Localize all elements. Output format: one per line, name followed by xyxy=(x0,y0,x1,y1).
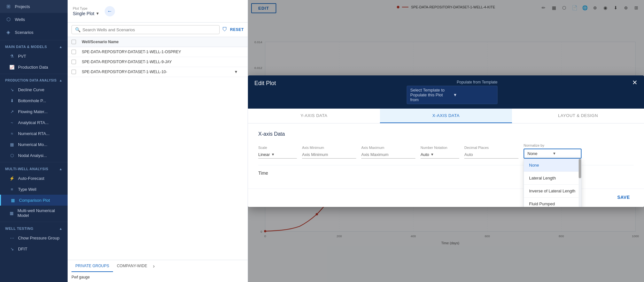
sidebar-item-nodal[interactable]: ⬡ Nodal Analysi... xyxy=(0,150,68,161)
sidebar-item-bottomhole-label: Bottomhole P... xyxy=(18,98,46,103)
modal-tabs: Y-AXIS DATA X-AXIS DATA LAYOUT & DESIGN xyxy=(248,109,644,123)
sidebar-item-scenarios[interactable]: ◈ Scenarios xyxy=(0,26,68,39)
sidebar-item-numerical-mo-label: Numerical Mo... xyxy=(18,142,47,147)
sidebar-item-production-data-label: Production Data xyxy=(18,65,48,70)
sidebar-item-bottomhole[interactable]: ⬇ Bottomhole P... xyxy=(0,95,68,106)
search-input[interactable] xyxy=(82,27,216,32)
filter-icon[interactable]: ⛉ xyxy=(222,27,227,33)
plot-type-label: Plot Type xyxy=(73,6,99,10)
sidebar-divider-4 xyxy=(0,222,68,222)
plot-type-dropdown[interactable]: Single Plot ▼ xyxy=(73,11,99,16)
well-checkbox-1[interactable] xyxy=(71,50,76,54)
groups-tabs: PRIVATE GROUPS COMPANY-WIDE › xyxy=(68,260,248,272)
normalize-by-select[interactable]: None ▼ xyxy=(524,149,582,159)
well-name-1: SPE-DATA-REPOSITORY-DATASET-1-WELL-1-OSP… xyxy=(82,50,234,54)
well-checkbox-3[interactable] xyxy=(71,70,76,74)
row-checkbox-col-3 xyxy=(71,70,82,74)
sidebar-item-auto-forecast[interactable]: ⚡ Auto-Forecast xyxy=(0,173,68,184)
axis-max-input[interactable] xyxy=(361,151,415,159)
tab-y-axis[interactable]: Y-AXIS DATA xyxy=(248,109,380,123)
sidebar-item-decline-curve[interactable]: ↘ Decline Curve xyxy=(0,84,68,95)
bottomhole-icon: ⬇ xyxy=(9,98,15,103)
sidebar-item-projects[interactable]: ⊞ Projects xyxy=(0,0,68,13)
dropdown-item-inverse-lateral[interactable]: Inverse of Lateral Length xyxy=(524,185,581,198)
scale-value: Linear xyxy=(258,152,270,157)
row-checkbox-col-2 xyxy=(71,60,82,64)
well-dropdown-3[interactable]: ▼ xyxy=(234,70,244,74)
type-well-icon: ≡ xyxy=(9,186,15,192)
number-notation-select[interactable]: Auto ▼ xyxy=(421,151,459,159)
comparison-plot-icon: ▦ xyxy=(10,197,16,203)
wells-table: Well/Scenario Name SPE-DATA-REPOSITORY-D… xyxy=(68,37,248,260)
sidebar-divider-3 xyxy=(0,162,68,162)
well-name-2: SPE-DATA-REPOSITORY-DATASET-1-WELL-9-JAY xyxy=(82,60,234,64)
axis-min-input[interactable] xyxy=(302,151,356,159)
header-checkbox[interactable] xyxy=(71,40,76,44)
tab-layout-design[interactable]: LAYOUT & DESIGN xyxy=(512,109,644,123)
dfit-icon: ↘ xyxy=(9,246,15,252)
sidebar-item-flowing[interactable]: ↗ Flowing Mater... xyxy=(0,106,68,117)
plot-type-bar: Plot Type Single Plot ▼ ← xyxy=(68,0,248,23)
sidebar-item-production-data[interactable]: 📈 Production Data xyxy=(0,62,68,73)
sidebar-item-wells-label: Wells xyxy=(15,17,25,22)
flowing-icon: ↗ xyxy=(9,109,15,114)
tab-x-axis[interactable]: X-AXIS DATA xyxy=(380,109,512,123)
dropdown-item-fluid-pumped[interactable]: Fluid Pumped xyxy=(524,198,581,207)
sidebar-item-multi-well-numerical[interactable]: ▦ Multi-well Numerical Model xyxy=(0,206,68,220)
scrollbar-thumb xyxy=(579,159,581,178)
multi-well-chevron: ▲ xyxy=(59,167,62,171)
sidebar-item-dfit-label: DFIT xyxy=(18,247,27,251)
normalize-arrow-icon: ▼ xyxy=(553,151,578,155)
sidebar-item-flowing-label: Flowing Mater... xyxy=(18,109,48,114)
pvt-icon: ⚗ xyxy=(9,53,15,59)
edit-plot-modal: Edit Plot Populate from Template Select … xyxy=(248,75,644,207)
plot-type-arrow-icon: ▼ xyxy=(96,11,99,16)
auto-forecast-icon: ⚡ xyxy=(9,175,15,181)
sidebar-item-type-well-label: Type Well xyxy=(18,187,36,192)
x-axis-data-value: Time xyxy=(258,170,268,176)
sidebar-item-comparison-plot[interactable]: ▦ Comparison Plot xyxy=(0,195,68,206)
well-testing-chevron: ▲ xyxy=(59,227,62,230)
populate-select[interactable]: Select Template to Populate this Plot fr… xyxy=(407,86,497,104)
sidebar-section-production-analysis: Production Data Analysis ▲ xyxy=(0,75,68,84)
header-checkbox-col xyxy=(71,40,82,44)
populate-placeholder: Select Template to Populate this Plot fr… xyxy=(410,88,451,102)
sidebar-item-analytical-rta[interactable]: ~ Analytical RTA... xyxy=(0,117,68,128)
sidebar: ⊞ Projects ⬡ Wells ◈ Scenarios Main Data… xyxy=(0,0,68,282)
well-name-3: SPE-DATA-REPOSITORY-DATASET-1-WELL-10- xyxy=(82,70,234,74)
table-row: SPE-DATA-REPOSITORY-DATASET-1-WELL-1-OSP… xyxy=(68,47,248,57)
dropdown-item-lateral-length[interactable]: Lateral Length xyxy=(524,172,581,185)
sidebar-item-wells[interactable]: ⬡ Wells xyxy=(0,13,68,26)
sidebar-item-numerical-mo[interactable]: ▦ Numerical Mo... xyxy=(0,139,68,150)
row-checkbox-col xyxy=(71,50,82,54)
axis-max-control-group: Axis Maximum xyxy=(361,146,415,159)
left-panel: Plot Type Single Plot ▼ ← 🔍 ⛉ RESET xyxy=(68,0,248,282)
dropdown-scrollbar[interactable] xyxy=(579,159,581,207)
dropdown-item-none[interactable]: None xyxy=(524,159,581,172)
search-icon: 🔍 xyxy=(75,27,80,32)
sidebar-item-chow-pressure[interactable]: ⋯ Chow Pressure Group xyxy=(0,232,68,243)
modal-close-button[interactable]: ✕ xyxy=(632,79,638,86)
tab-private-groups[interactable]: PRIVATE GROUPS xyxy=(71,260,113,272)
scale-select[interactable]: Linear ▼ xyxy=(258,151,297,159)
back-button[interactable]: ← xyxy=(105,6,115,16)
sidebar-item-type-well[interactable]: ≡ Type Well xyxy=(0,184,68,195)
number-notation-value: Auto xyxy=(421,152,429,157)
decimal-places-input[interactable] xyxy=(464,151,518,159)
sidebar-item-pvt[interactable]: ⚗ PVT xyxy=(0,51,68,62)
normalize-value: None xyxy=(527,151,553,156)
wells-table-header: Well/Scenario Name xyxy=(68,37,248,47)
decimal-places-control-group: Decimal Places xyxy=(464,146,518,159)
modal-header-right: Populate from Template Select Template t… xyxy=(407,80,497,104)
groups-tab-arrow[interactable]: › xyxy=(151,260,156,272)
sidebar-section-main-data: Main Data & Models ▲ xyxy=(0,42,68,51)
sidebar-item-chow-pressure-label: Chow Pressure Group xyxy=(18,236,60,240)
well-checkbox-2[interactable] xyxy=(71,60,76,64)
sidebar-item-dfit[interactable]: ↘ DFIT xyxy=(0,243,68,254)
reset-button[interactable]: RESET xyxy=(230,27,244,32)
sidebar-item-numerical-rta[interactable]: ≈ Numerical RTA... xyxy=(0,128,68,139)
sidebar-divider-2 xyxy=(0,74,68,74)
tab-company-wide[interactable]: COMPANY-WIDE xyxy=(113,260,151,272)
sidebar-item-analytical-rta-label: Analytical RTA... xyxy=(18,120,49,125)
save-button[interactable]: SAVE xyxy=(613,193,634,202)
